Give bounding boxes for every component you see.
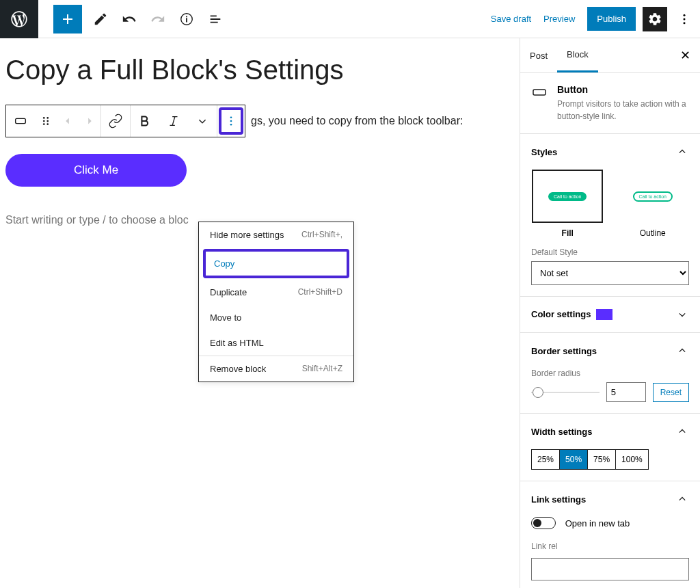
- svg-point-5: [46, 117, 49, 119]
- redo-button[interactable]: [144, 5, 172, 34]
- style-fill-option[interactable]: Call to action Fill: [532, 170, 603, 238]
- chevron-up-icon: [675, 492, 689, 506]
- width-75[interactable]: 75%: [588, 450, 616, 469]
- publish-button[interactable]: Publish: [587, 7, 636, 31]
- button-block-icon: [531, 84, 548, 101]
- top-toolbar: Save draft Preview Publish: [0, 0, 700, 38]
- styles-panel-toggle[interactable]: Styles: [520, 134, 700, 170]
- svg-point-10: [230, 116, 232, 118]
- move-to-item[interactable]: Move to: [199, 305, 353, 330]
- default-style-label: Default Style: [531, 248, 689, 257]
- close-sidebar-button[interactable]: ✕: [680, 48, 690, 63]
- svg-point-0: [684, 14, 686, 16]
- button-block[interactable]: Click Me: [5, 154, 187, 187]
- settings-button[interactable]: [643, 7, 667, 31]
- style-outline-option[interactable]: Call to action Outline: [617, 170, 688, 238]
- edit-mode-button[interactable]: [86, 5, 115, 34]
- post-title[interactable]: Copy a Full Block's Settings: [5, 55, 520, 85]
- tab-post[interactable]: Post: [520, 40, 557, 72]
- svg-point-12: [230, 124, 232, 126]
- reset-button[interactable]: Reset: [653, 383, 689, 402]
- more-formatting-button[interactable]: [188, 105, 217, 137]
- block-type-button[interactable]: [6, 105, 35, 137]
- add-block-button[interactable]: [53, 5, 82, 34]
- block-toolbar: [5, 105, 245, 137]
- svg-point-9: [46, 123, 49, 125]
- chevron-up-icon: [675, 425, 689, 438]
- block-name: Button: [557, 84, 689, 95]
- hide-more-settings-item[interactable]: Hide more settingsCtrl+Shift+,: [199, 222, 353, 248]
- drag-handle-icon[interactable]: [35, 105, 57, 137]
- border-panel-toggle[interactable]: Border settings: [520, 333, 700, 369]
- width-options: 25% 50% 75% 100%: [531, 449, 649, 470]
- border-radius-input[interactable]: [606, 382, 646, 402]
- duplicate-item[interactable]: DuplicateCtrl+Shift+D: [199, 280, 353, 305]
- paragraph-fragment: gs, you need to copy from the block tool…: [251, 115, 463, 127]
- open-new-tab-label: Open in new tab: [565, 518, 630, 529]
- svg-point-1: [684, 18, 686, 20]
- undo-button[interactable]: [115, 5, 144, 34]
- svg-point-8: [43, 123, 45, 125]
- width-50[interactable]: 50%: [560, 450, 588, 469]
- svg-rect-13: [533, 90, 546, 95]
- wordpress-logo[interactable]: [0, 0, 38, 38]
- default-style-select[interactable]: Not set: [531, 261, 689, 285]
- color-swatch: [596, 309, 612, 320]
- edit-html-item[interactable]: Edit as HTML: [199, 330, 353, 356]
- svg-point-11: [230, 120, 232, 122]
- editor-canvas: Copy a Full Block's Settings: [0, 38, 520, 588]
- italic-button[interactable]: [159, 105, 188, 137]
- chevron-up-icon: [675, 145, 689, 159]
- width-25[interactable]: 25%: [532, 450, 560, 469]
- outline-button[interactable]: [201, 5, 230, 34]
- move-right-button[interactable]: [79, 105, 100, 137]
- open-new-tab-toggle[interactable]: [531, 517, 556, 529]
- preview-link[interactable]: Preview: [543, 14, 575, 24]
- block-more-options-button[interactable]: [219, 107, 243, 135]
- info-button[interactable]: [172, 5, 201, 34]
- width-100[interactable]: 100%: [616, 450, 648, 469]
- svg-point-7: [46, 120, 49, 122]
- settings-sidebar: Post Block ✕ Button Prompt visitors to t…: [520, 38, 700, 588]
- block-description: Prompt visitors to take action with a bu…: [557, 98, 689, 122]
- more-options-button[interactable]: [674, 12, 695, 26]
- move-left-button[interactable]: [57, 105, 79, 137]
- chevron-down-icon: [675, 308, 689, 321]
- svg-point-6: [43, 120, 45, 122]
- link-rel-input[interactable]: [531, 558, 689, 580]
- link-rel-label: Link rel: [531, 542, 689, 551]
- remove-block-item[interactable]: Remove blockShift+Alt+Z: [199, 356, 353, 382]
- svg-point-4: [43, 117, 45, 119]
- svg-point-2: [684, 22, 686, 24]
- width-panel-toggle[interactable]: Width settings: [520, 414, 700, 449]
- save-draft-link[interactable]: Save draft: [491, 14, 531, 24]
- block-options-dropdown: Hide more settingsCtrl+Shift+, Copy Dupl…: [198, 222, 354, 382]
- bold-button[interactable]: [131, 105, 159, 137]
- border-radius-slider[interactable]: [531, 392, 600, 393]
- link-panel-toggle[interactable]: Link settings: [520, 481, 700, 517]
- link-button[interactable]: [101, 105, 130, 137]
- copy-item[interactable]: Copy: [203, 249, 349, 278]
- tab-block[interactable]: Block: [557, 38, 598, 72]
- svg-rect-3: [16, 118, 26, 123]
- chevron-up-icon: [675, 344, 689, 358]
- color-panel-toggle[interactable]: Color settings: [520, 297, 700, 332]
- border-radius-label: Border radius: [531, 369, 689, 378]
